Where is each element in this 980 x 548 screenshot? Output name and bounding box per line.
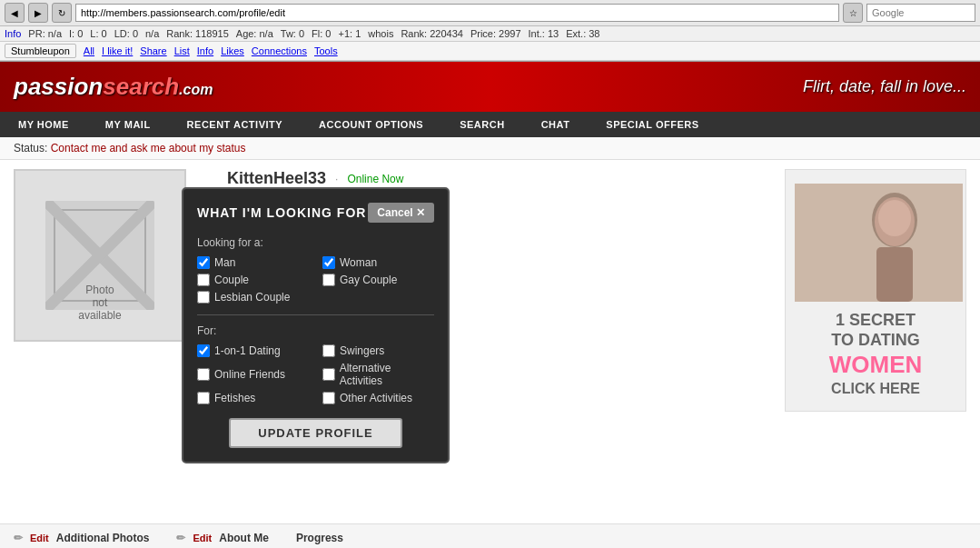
other-label: Other Activities: [340, 392, 412, 404]
modal-title: WHAT I'M LOOKING FOR: [197, 205, 366, 220]
forward-button[interactable]: ▶: [28, 3, 48, 23]
nav-my-home[interactable]: MY HOME: [0, 112, 87, 137]
browser-toolbar: ◀ ▶ ↻ ☆: [0, 0, 980, 26]
tw-label: Tw: 0: [281, 28, 304, 39]
woman-checkbox[interactable]: [322, 256, 335, 269]
woman-checkbox-item[interactable]: Woman: [322, 256, 434, 269]
people-checkbox-grid: Man Woman Couple Gay Couple Lesbian Coup…: [197, 256, 434, 304]
username-row: KittenHeel33 · Online Now: [227, 169, 771, 188]
lesbian-couple-label: Lesbian Couple: [214, 291, 290, 304]
back-button[interactable]: ◀: [5, 3, 25, 23]
nav-chat[interactable]: CHAT: [523, 112, 589, 137]
star-button[interactable]: ☆: [843, 3, 863, 23]
dating-checkbox[interactable]: [197, 344, 210, 357]
gay-couple-checkbox-item[interactable]: Gay Couple: [322, 274, 434, 286]
fetishes-checkbox[interactable]: [197, 392, 210, 404]
bottom-bar: ✏ Edit Additional Photos ✏ Edit About Me…: [0, 523, 980, 548]
progress-label: Progress: [296, 532, 343, 544]
i-like-it-link[interactable]: I like it!: [102, 45, 133, 56]
main-content: Photonotavailable KittenHeel33 · Online …: [0, 160, 980, 523]
page: passionsearch.com Flirt, date, fall in l…: [0, 62, 980, 548]
site-header: passionsearch.com Flirt, date, fall in l…: [0, 62, 980, 112]
info-bar: Info PR: n/a I: 0 L: 0 LD: 0 n/a Rank: 1…: [0, 26, 980, 42]
price-label: Price: 2997: [470, 28, 521, 39]
man-checkbox[interactable]: [197, 256, 210, 269]
promo-woman-image: [795, 184, 963, 302]
modal-divider: [197, 314, 434, 315]
looking-for-label: Looking for a:: [197, 236, 434, 249]
l0-label: L: 0: [90, 28, 106, 39]
profile-photo-box: Photonotavailable: [14, 169, 186, 342]
dating-label: 1-on-1 Dating: [214, 344, 281, 357]
fetishes-checkbox-item[interactable]: Fetishes: [197, 392, 309, 404]
status-label: Status:: [14, 142, 47, 154]
browser-chrome: ◀ ▶ ↻ ☆ Info PR: n/a I: 0 L: 0 LD: 0 n/a…: [0, 0, 980, 62]
about-me-section: ✏ Edit About Me: [176, 532, 268, 544]
alternative-checkbox[interactable]: [322, 368, 335, 381]
nav-my-mail[interactable]: MY MAIL: [87, 112, 169, 137]
whois-label: whois: [368, 28, 393, 39]
info-link[interactable]: Info: [5, 28, 21, 39]
nav-recent-activity[interactable]: RECENT ACTIVITY: [169, 112, 302, 137]
share-link[interactable]: Share: [140, 45, 166, 56]
svg-point-8: [878, 200, 911, 236]
couple-label: Couple: [214, 274, 249, 286]
promo-photo: [795, 184, 963, 302]
gay-couple-checkbox[interactable]: [322, 274, 335, 286]
connections-link[interactable]: Connections: [252, 45, 307, 56]
address-bar[interactable]: [75, 4, 839, 22]
lesbian-couple-checkbox[interactable]: [197, 291, 210, 304]
fb-label: Fl: 0: [312, 28, 331, 39]
dating-checkbox-item[interactable]: 1-on-1 Dating: [197, 344, 309, 357]
couple-checkbox[interactable]: [197, 274, 210, 286]
sidebar-right: 1 SECRETTO DATING WOMEN CLICK HERE: [785, 169, 966, 514]
online-status: Online Now: [347, 173, 403, 185]
online-friends-checkbox-item[interactable]: Online Friends: [197, 362, 309, 387]
online-friends-label: Online Friends: [214, 368, 285, 381]
update-profile-button[interactable]: UPDATE PROFILE: [229, 418, 401, 448]
refresh-button[interactable]: ↻: [52, 3, 72, 23]
online-friends-checkbox[interactable]: [197, 368, 210, 381]
additional-photos-label: Additional Photos: [56, 532, 150, 544]
info-bookmark-link[interactable]: Info: [197, 45, 213, 56]
site-tagline: Flirt, date, fall in love...: [803, 77, 966, 95]
swingers-checkbox-item[interactable]: Swingers: [322, 344, 434, 357]
list-link[interactable]: List: [174, 45, 190, 56]
couple-checkbox-item[interactable]: Couple: [197, 274, 309, 286]
search-input[interactable]: [866, 4, 975, 22]
tools-link[interactable]: Tools: [314, 45, 338, 56]
likes-link[interactable]: Likes: [221, 45, 244, 56]
logo-area: passionsearch.com: [14, 73, 213, 101]
edit-icon-bottom1: ✏: [14, 532, 23, 544]
promo-box[interactable]: 1 SECRETTO DATING WOMEN CLICK HERE: [785, 169, 966, 412]
stumbleupon-button[interactable]: Stumbleupon: [5, 44, 76, 58]
nav-special-offers[interactable]: SPECIAL OFFERS: [588, 112, 717, 137]
edit-label2: Edit: [193, 533, 212, 543]
for-checkbox-grid: 1-on-1 Dating Swingers Online Friends Al…: [197, 344, 434, 404]
cancel-button[interactable]: Cancel ✕: [368, 203, 434, 223]
tagline-area: Flirt, date, fall in love...: [803, 77, 966, 96]
man-checkbox-item[interactable]: Man: [197, 256, 309, 269]
other-checkbox[interactable]: [322, 392, 335, 404]
nav-account-options[interactable]: ACCOUNT OPTIONS: [301, 112, 441, 137]
bookmarks-bar: Stumbleupon All I like it! Share List In…: [0, 42, 980, 61]
promo-line2: WOMEN: [795, 353, 956, 376]
age-label: Age: n/a: [236, 28, 273, 39]
additional-photos-section: ✏ Edit Additional Photos: [14, 532, 149, 544]
looking-for-modal: WHAT I'M LOOKING FOR Cancel ✕ Looking fo…: [182, 187, 450, 463]
swingers-checkbox[interactable]: [322, 344, 335, 357]
nav-search[interactable]: SEARCH: [441, 112, 522, 137]
all-link[interactable]: All: [84, 45, 94, 56]
other-checkbox-item[interactable]: Other Activities: [322, 392, 434, 404]
photo-not-available-text: Photonotavailable: [78, 284, 121, 322]
ld-label: LD: 0: [114, 28, 138, 39]
rank1-label: Rank: 118915: [166, 28, 229, 39]
promo-line3: CLICK HERE: [795, 381, 956, 397]
edit-label1: Edit: [30, 533, 49, 543]
profile-center: KittenHeel33 · Online Now I love sex! ✏ …: [213, 169, 785, 514]
lesbian-couple-checkbox-item[interactable]: Lesbian Couple: [197, 291, 309, 304]
about-me-label: About Me: [219, 532, 269, 544]
status-text-link[interactable]: Contact me and ask me about my status: [51, 142, 246, 154]
alternative-checkbox-item[interactable]: Alternative Activities: [322, 362, 434, 387]
rank2-label: Rank: 220434: [401, 28, 463, 39]
